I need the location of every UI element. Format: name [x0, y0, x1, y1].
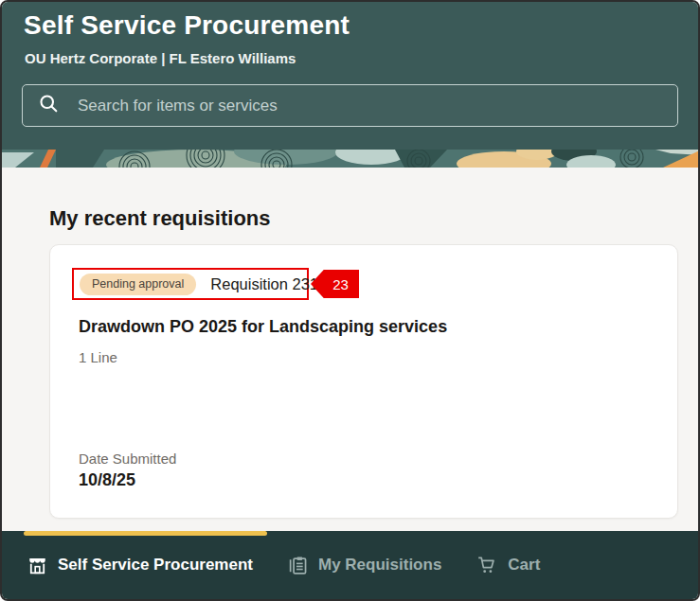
- date-submitted-label: Date Submitted: [79, 451, 176, 467]
- nav-label: Self Service Procurement: [58, 556, 253, 574]
- section-heading: My recent requisitions: [49, 206, 271, 231]
- nav-item-my-requisitions[interactable]: My Requisitions: [287, 555, 441, 576]
- app-window: Self Service Procurement OU Hertz Corpor…: [0, 0, 700, 601]
- nav-label: My Requisitions: [318, 556, 441, 574]
- decorative-banner-illustration: [2, 150, 700, 168]
- org-context: OU Hertz Corporate | FL Estero Williams: [25, 50, 296, 66]
- status-badge: Pending approval: [80, 274, 196, 295]
- search-input[interactable]: [76, 96, 663, 116]
- date-submitted-value: 10/8/25: [79, 470, 135, 490]
- search-bar[interactable]: [22, 84, 678, 127]
- annotation-step-marker: 23: [311, 270, 359, 298]
- active-tab-indicator: [24, 531, 267, 536]
- annotation-highlight-box: Pending approval Requisition 23108: [72, 268, 309, 300]
- nav-item-cart[interactable]: Cart: [476, 554, 540, 576]
- search-icon: [37, 92, 61, 119]
- bottom-nav-items: Self Service Procurement My Requisitions: [2, 531, 698, 599]
- storefront-icon: [27, 555, 48, 576]
- bottom-nav: Self Service Procurement My Requisitions: [2, 531, 698, 599]
- app-header: Self Service Procurement OU Hertz Corpor…: [2, 2, 698, 150]
- status-row: Pending approval Requisition 23108 23: [72, 268, 359, 300]
- nav-label: Cart: [508, 556, 540, 574]
- requisition-card[interactable]: Pending approval Requisition 23108 23 Dr…: [49, 244, 678, 519]
- clipboard-icon: [287, 555, 309, 576]
- line-count: 1 Line: [79, 349, 117, 365]
- decorative-banner: [2, 150, 700, 168]
- page-title: Self Service Procurement: [24, 10, 350, 41]
- cart-icon: [476, 554, 498, 576]
- requisition-title[interactable]: Drawdown PO 2025 for Landscaping service…: [79, 317, 447, 337]
- nav-item-self-service-procurement[interactable]: Self Service Procurement: [27, 555, 253, 576]
- main-content: My recent requisitions Pending approval …: [2, 168, 698, 531]
